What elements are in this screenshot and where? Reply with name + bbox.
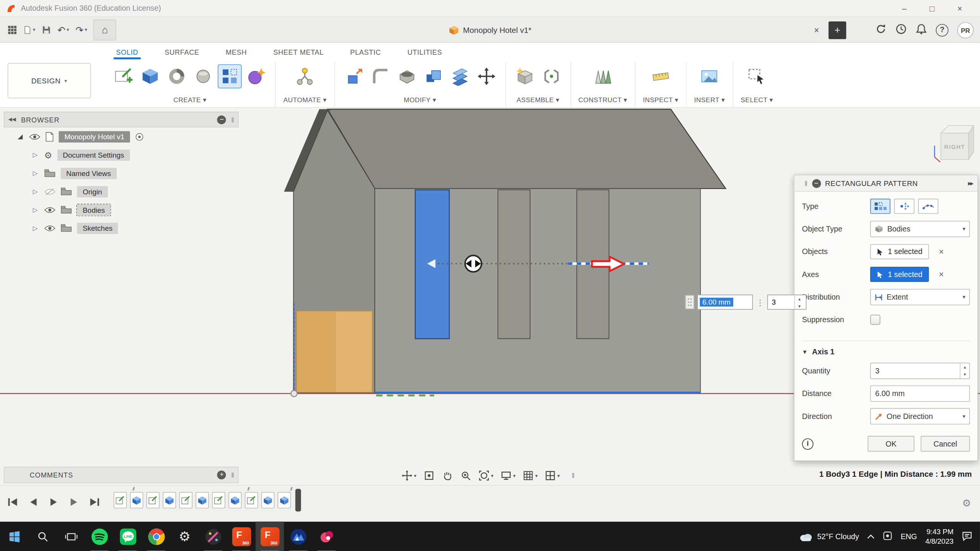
distance-inline-input[interactable]: 6.00 mm [697, 295, 753, 310]
group-label-insert[interactable]: INSERT ▾ [694, 93, 725, 107]
browser-item-label[interactable]: Origin [77, 186, 108, 197]
weather-widget[interactable]: 52°F Cloudy [799, 532, 859, 541]
axes-clear-icon[interactable]: × [939, 269, 944, 279]
dialog-expand-icon[interactable]: ▸▸ [968, 179, 973, 187]
comments-expand-icon[interactable]: + [217, 471, 226, 479]
browser-item-label[interactable]: Bodies [77, 204, 111, 215]
pattern-type-rectangular-button[interactable] [870, 199, 890, 214]
move-copy-icon[interactable] [475, 65, 498, 88]
combine-icon[interactable] [422, 65, 444, 88]
step-forward-button[interactable] [68, 497, 80, 507]
extrude-icon[interactable] [139, 65, 162, 88]
create-form-icon[interactable] [245, 65, 268, 88]
taskbar-line-icon[interactable]: LINE [114, 522, 142, 551]
model-canvas[interactable]: RIGHT ◀◀ BROWSER − ‖ Monopoly Hotel v1 ▷ [0, 108, 980, 485]
expand-icon[interactable]: ▷ [33, 225, 39, 231]
group-label-inspect[interactable]: INSPECT ▾ [643, 93, 678, 107]
undo-button[interactable]: ↶ ▾ [57, 24, 69, 36]
user-avatar[interactable]: PR [957, 22, 974, 38]
dialog-minimize-icon[interactable]: − [812, 179, 821, 187]
group-label-automate[interactable]: AUTOMATE ▾ [283, 93, 327, 107]
save-button[interactable] [42, 25, 51, 35]
distance-input[interactable]: 6.00 mm [870, 385, 970, 402]
tab-sheet-metal[interactable]: SHEET METAL [271, 49, 326, 59]
origin-point-handle[interactable] [291, 390, 297, 396]
skip-to-start-button[interactable] [8, 497, 19, 507]
timeline-feature-extrude[interactable] [229, 492, 242, 509]
group-label-assemble[interactable]: ASSEMBLE ▾ [513, 93, 563, 107]
timeline-feature-sketch[interactable] [114, 492, 127, 509]
tray-status-icon[interactable] [883, 531, 892, 543]
activate-component-radio-icon[interactable] [135, 132, 144, 141]
quantity-spinner[interactable]: ▲▼ [960, 363, 969, 378]
comments-grip[interactable]: ‖ [231, 471, 234, 479]
construct-plane-icon[interactable] [591, 65, 614, 88]
group-label-construct[interactable]: CONSTRUCT ▾ [578, 93, 627, 107]
skip-to-end-button[interactable] [88, 497, 100, 507]
taskbar-fusion-icon-2-active[interactable]: F360 [256, 522, 284, 551]
taskbar-spotify-icon[interactable] [85, 522, 114, 551]
home-view-button[interactable]: ⌂ [93, 20, 116, 40]
create-sketch-icon[interactable] [112, 65, 135, 88]
timeline-feature-sketch[interactable] [146, 492, 160, 509]
quantity-inline-spinner[interactable]: ▲▼ [794, 295, 804, 309]
roof-face[interactable] [328, 109, 726, 189]
help-button[interactable]: ? [936, 24, 949, 36]
press-pull-icon[interactable] [342, 65, 365, 88]
rectangular-pattern-icon[interactable] [218, 65, 241, 88]
automate-icon[interactable] [294, 65, 316, 88]
browser-row-origin[interactable]: ▷ Origin [4, 182, 238, 201]
info-icon[interactable]: i [802, 438, 813, 450]
taskbar-clock[interactable]: 9:43 PM 4/8/2023 [925, 527, 954, 546]
object-type-select[interactable]: Bodies ▾ [870, 221, 970, 237]
workspace-switcher-design[interactable]: DESIGN ▾ [8, 63, 91, 98]
visibility-eye-icon[interactable] [29, 133, 41, 140]
taskbar-search-button[interactable] [28, 522, 57, 551]
timeline-position-marker[interactable] [295, 489, 301, 512]
comments-panel[interactable]: COMMENTS + ‖ [4, 467, 238, 483]
viewbar-grip[interactable]: ‖ [572, 472, 575, 479]
dialog-grip[interactable]: ‖ [805, 179, 807, 187]
tray-hidden-icons-chevron[interactable] [867, 532, 875, 541]
browser-minimize-icon[interactable]: − [217, 115, 226, 124]
tab-surface[interactable]: SURFACE [162, 49, 202, 59]
browser-row-named-views[interactable]: ▷ Named Views [4, 164, 238, 183]
pan-button[interactable] [442, 470, 453, 481]
timeline-feature-sketch[interactable] [212, 492, 225, 509]
timeline-feature-sketch[interactable] [179, 492, 193, 509]
browser-row-root[interactable]: Monopoly Hotel v1 [4, 127, 238, 146]
look-at-button[interactable] [423, 470, 435, 481]
browser-row-document-settings[interactable]: ▷ ⚙ Document Settings [4, 146, 238, 164]
tab-solid[interactable]: SOLID [114, 49, 141, 59]
pattern-type-path-button[interactable] [918, 199, 938, 214]
browser-item-label[interactable]: Named Views [60, 168, 116, 179]
expand-icon[interactable]: ▷ [33, 170, 39, 176]
data-panel-grid-icon[interactable] [8, 25, 17, 35]
taskbar-nordvpn-icon[interactable] [284, 522, 312, 551]
inline-options-kebab-icon[interactable]: ⋮ [756, 297, 764, 307]
taskbar-paint-app-icon[interactable] [199, 522, 227, 551]
suppression-checkbox[interactable] [870, 315, 880, 325]
group-label-create[interactable]: CREATE ▾ [112, 93, 268, 107]
joint-icon[interactable] [540, 65, 562, 88]
collapse-panel-icon[interactable]: ◀◀ [8, 117, 16, 122]
axis1-section-header[interactable]: ▼ Axis 1 [802, 341, 970, 363]
group-label-modify[interactable]: MODIFY ▾ [342, 93, 498, 107]
display-settings-button[interactable]: ▾ [500, 470, 516, 481]
minimize-button[interactable]: – [890, 3, 918, 13]
notifications-bell-icon[interactable] [916, 23, 927, 37]
zoom-button[interactable] [460, 470, 472, 481]
timeline-feature-extrude[interactable] [163, 492, 176, 509]
split-body-icon[interactable] [448, 65, 471, 88]
play-button[interactable] [48, 497, 59, 507]
timeline-feature-extrude[interactable] [278, 492, 291, 509]
section-collapse-icon[interactable]: ▼ [802, 349, 808, 355]
quantity-input[interactable]: 3 ▲▼ [870, 363, 970, 379]
task-view-button[interactable] [57, 522, 85, 551]
browser-row-bodies[interactable]: ▷ Bodies [4, 201, 238, 219]
sync-status-icon[interactable] [875, 23, 887, 37]
new-component-icon[interactable] [513, 65, 536, 88]
axes-select-button[interactable]: 1 selected [870, 267, 929, 282]
browser-row-sketches[interactable]: ▷ Sketches [4, 219, 238, 237]
step-back-button[interactable] [28, 497, 39, 507]
